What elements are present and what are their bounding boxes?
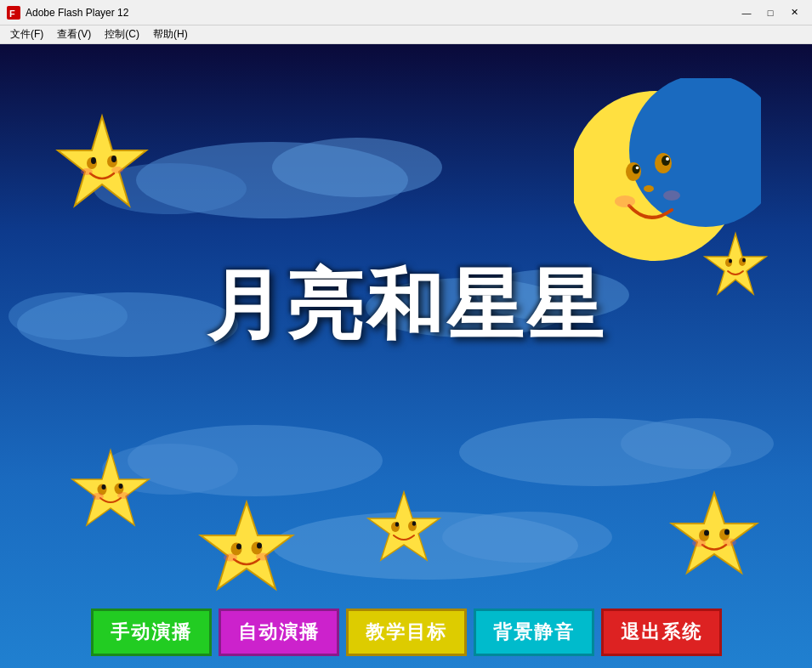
svg-point-38: [742, 258, 746, 263]
svg-point-44: [92, 493, 104, 500]
svg-point-19: [662, 156, 670, 166]
star-bottomright: [667, 490, 761, 583]
menu-file[interactable]: 文件(F): [3, 25, 50, 43]
svg-point-50: [412, 521, 416, 526]
btn-manual-play[interactable]: 手动演播: [91, 609, 212, 656]
star-bottomleftbig: [196, 498, 298, 600]
svg-point-63: [224, 554, 237, 562]
main-title: 月亮和星星: [207, 254, 606, 358]
star-topright: [701, 231, 769, 299]
svg-marker-51: [672, 493, 757, 573]
svg-marker-27: [58, 116, 146, 206]
close-button[interactable]: ✕: [783, 4, 805, 21]
svg-point-29: [91, 157, 96, 164]
window-controls: — □ ✕: [735, 4, 805, 21]
svg-point-31: [111, 156, 116, 162]
menu-view[interactable]: 查看(V): [50, 25, 98, 43]
svg-text:F: F: [9, 8, 15, 19]
svg-point-64: [256, 553, 270, 561]
svg-point-62: [257, 543, 262, 549]
svg-point-20: [666, 157, 669, 161]
star-topleft: [51, 112, 153, 214]
btn-exit[interactable]: 退出系统: [601, 609, 722, 656]
svg-point-22: [633, 165, 640, 174]
svg-marker-39: [72, 450, 149, 525]
title-bar: F Adobe Flash Player 12 — □ ✕: [0, 0, 812, 25]
svg-marker-34: [705, 234, 766, 294]
svg-point-60: [236, 544, 241, 550]
svg-point-26: [663, 190, 680, 201]
svg-point-23: [636, 167, 639, 170]
svg-point-57: [723, 539, 736, 546]
menu-bar: 文件(F) 查看(V) 控制(C) 帮助(H): [0, 25, 812, 44]
svg-point-55: [724, 529, 730, 535]
window-title: Adobe Flash Player 12: [26, 7, 128, 19]
svg-point-43: [119, 484, 123, 489]
menu-help[interactable]: 帮助(H): [146, 25, 195, 43]
bottom-buttons: 手动演播 自动演播 教学目标 背景静音 退出系统: [0, 609, 812, 656]
svg-marker-46: [368, 492, 440, 560]
svg-point-41: [102, 484, 106, 490]
app-icon: F: [7, 6, 20, 20]
flash-content: 月亮和星星 手动演播 自动演播 教学目标 背景静音 退出系统: [0, 44, 812, 668]
svg-point-48: [395, 522, 399, 527]
btn-teaching-goal[interactable]: 教学目标: [346, 609, 467, 656]
svg-point-36: [729, 259, 732, 263]
btn-mute[interactable]: 背景静音: [474, 609, 594, 656]
svg-point-25: [615, 195, 635, 207]
minimize-button[interactable]: —: [735, 4, 758, 21]
svg-point-32: [81, 168, 93, 175]
svg-point-33: [111, 167, 123, 173]
menu-control[interactable]: 控制(C): [98, 25, 146, 43]
svg-marker-58: [201, 502, 292, 589]
maximize-button[interactable]: □: [759, 4, 781, 21]
title-bar-left: F Adobe Flash Player 12: [7, 6, 128, 20]
svg-point-45: [117, 492, 129, 499]
svg-point-24: [644, 185, 654, 192]
svg-point-53: [704, 530, 709, 536]
btn-auto-play[interactable]: 自动演播: [219, 609, 339, 656]
star-bottomleft: [68, 447, 153, 532]
svg-point-56: [692, 540, 706, 547]
star-bottommid: [366, 490, 442, 566]
